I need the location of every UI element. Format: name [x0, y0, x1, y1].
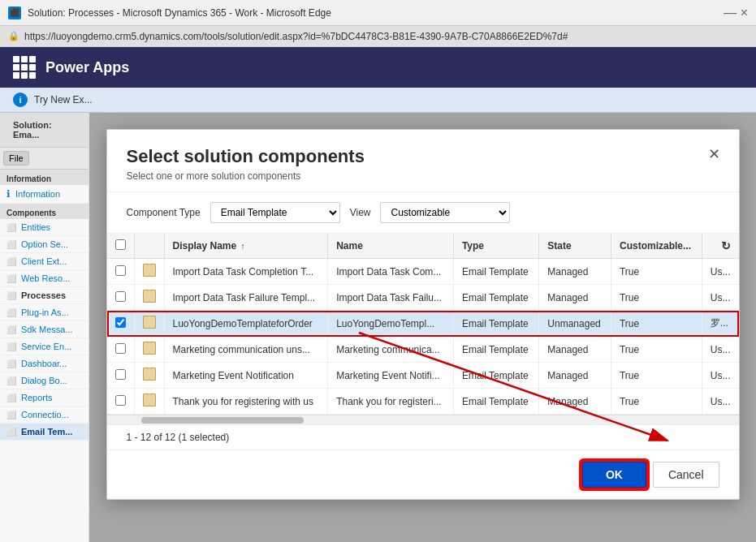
th-customizable[interactable]: Customizable... [611, 234, 702, 259]
table-row[interactable]: Marketing communication uns...Marketing … [107, 337, 739, 363]
sidebar-item-information[interactable]: ℹ Information [0, 185, 89, 204]
row-type: Email Template [453, 311, 538, 337]
sidebar: Solution: Ema... File Information ℹ Info… [0, 113, 89, 542]
table-row[interactable]: LuoYongDemoTemplateforOrderLuoYongDemoTe… [107, 311, 739, 337]
sidebar-item-dialogs[interactable]: ⬜ Dialog Bo... [0, 372, 89, 389]
th-type[interactable]: Type [453, 234, 538, 259]
row-icon-cell [134, 389, 164, 415]
sidebar-solution-label: Solution: Ema... [6, 117, 82, 143]
plugin-icon: ⬜ [6, 308, 16, 317]
row-state: Unmanaged [539, 311, 611, 337]
row-state: Managed [539, 389, 611, 415]
dialog: Select solution components Select one or… [106, 129, 740, 500]
row-extra: Us... [702, 337, 738, 363]
sidebar-item-client-ext[interactable]: ⬜ Client Ext... [0, 253, 89, 270]
row-icon [143, 368, 156, 381]
dialog-overlay: Select solution components Select one or… [89, 113, 756, 542]
row-checkbox-cell[interactable] [107, 285, 135, 311]
th-customizable-label: Customizable... [620, 240, 691, 252]
component-type-label: Component Type [127, 207, 201, 218]
select-all-checkbox[interactable] [115, 239, 126, 250]
ok-button[interactable]: OK [582, 462, 646, 488]
sidebar-item-entities[interactable]: ⬜ Entities [0, 219, 89, 236]
components-table: Display Name ↑ Name Type State Customiza… [107, 234, 739, 415]
dialog-title: Select solution components [127, 146, 719, 167]
sidebar-item-processes[interactable]: ⬜ Processes [0, 287, 89, 304]
row-checkbox-cell[interactable] [107, 259, 135, 285]
row-icon [143, 290, 156, 303]
row-checkbox-cell[interactable] [107, 337, 135, 363]
horizontal-scrollbar[interactable] [107, 415, 739, 424]
row-display-name: LuoYongDemoTemplateforOrder [164, 311, 328, 337]
th-type-label: Type [462, 240, 484, 252]
row-checkbox-cell[interactable] [107, 389, 135, 415]
browser-address-bar: 🔒 https://luoyongdemo.crm5.dynamics.com/… [0, 26, 756, 47]
row-icon-cell [134, 363, 164, 389]
info-icon: i [13, 92, 28, 107]
row-type: Email Template [453, 285, 538, 311]
sidebar-item-dashboard[interactable]: ⬜ Dashboar... [0, 355, 89, 372]
sdk-icon: ⬜ [6, 325, 16, 334]
content-area: Select solution components Select one or… [89, 113, 756, 542]
sidebar-item-optionset[interactable]: ⬜ Option Se... [0, 236, 89, 253]
notification-text[interactable]: Try New Ex... [34, 94, 93, 105]
dialog-close-button[interactable]: ✕ [703, 143, 726, 166]
scrollbar-thumb[interactable] [141, 417, 304, 424]
filter-row: Component Type Email Template View Custo… [107, 192, 739, 234]
cancel-button[interactable]: Cancel [653, 462, 719, 488]
row-name: Thank you for registeri... [328, 389, 454, 415]
row-checkbox[interactable] [115, 395, 126, 406]
app-grid-icon[interactable] [13, 56, 36, 79]
row-icon [143, 316, 156, 329]
row-customizable: True [611, 389, 702, 415]
row-icon [143, 342, 156, 355]
th-name[interactable]: Name [328, 234, 454, 259]
row-checkbox[interactable] [115, 265, 126, 276]
th-icon [134, 234, 164, 259]
dialog-subtitle: Select one or more solution components [127, 170, 719, 182]
th-display-name-label: Display Name [173, 240, 237, 252]
row-display-name: Marketing communication uns... [164, 337, 328, 363]
row-checkbox[interactable] [115, 317, 126, 328]
sidebar-item-service[interactable]: ⬜ Service En... [0, 338, 89, 355]
table-row[interactable]: Thank you for registering with usThank y… [107, 389, 739, 415]
sidebar-item-email-template[interactable]: ⬜ Email Tem... [0, 424, 89, 441]
row-checkbox[interactable] [115, 343, 126, 354]
row-name: Import Data Task Com... [328, 259, 454, 285]
th-state[interactable]: State [539, 234, 611, 259]
main-layout: Solution: Ema... File Information ℹ Info… [0, 113, 756, 542]
row-display-name: Thank you for registering with us [164, 389, 328, 415]
component-type-select[interactable]: Email Template [210, 202, 340, 223]
table-row[interactable]: Import Data Task Completion T...Import D… [107, 259, 739, 285]
sidebar-item-sdk[interactable]: ⬜ Sdk Messa... [0, 321, 89, 338]
row-checkbox[interactable] [115, 369, 126, 380]
reports-icon: ⬜ [6, 394, 16, 402]
row-type: Email Template [453, 259, 538, 285]
sidebar-item-reports[interactable]: ⬜ Reports [0, 389, 89, 406]
row-checkbox-cell[interactable] [107, 311, 135, 337]
row-checkbox[interactable] [115, 291, 126, 302]
address-text[interactable]: https://luoyongdemo.crm5.dynamics.com/to… [24, 31, 568, 42]
sidebar-section-components: Components [0, 204, 89, 219]
table-row[interactable]: Import Data Task Failure Templ...Import … [107, 285, 739, 311]
th-checkbox[interactable] [107, 234, 135, 259]
sidebar-file-button[interactable]: File [3, 151, 29, 166]
refresh-icon[interactable]: ↻ [721, 239, 731, 252]
connection-icon: ⬜ [6, 411, 16, 419]
th-display-name[interactable]: Display Name ↑ [164, 234, 328, 259]
app-name: Power Apps [45, 59, 129, 76]
th-extra: ↻ [702, 234, 738, 259]
row-icon [143, 264, 156, 277]
sidebar-item-connection[interactable]: ⬜ Connectio... [0, 406, 89, 424]
processes-icon: ⬜ [6, 291, 16, 300]
row-checkbox-cell[interactable] [107, 363, 135, 389]
dialog-footer: OK Cancel [107, 450, 739, 499]
row-icon-cell [134, 337, 164, 363]
sidebar-item-plugin[interactable]: ⬜ Plug-in As... [0, 304, 89, 321]
table-row[interactable]: Marketing Event NotificationMarketing Ev… [107, 363, 739, 389]
row-name: Marketing communica... [328, 337, 454, 363]
sidebar-item-web-resources[interactable]: ⬜ Web Reso... [0, 270, 89, 287]
view-label: View [350, 207, 371, 218]
view-select[interactable]: Customizable [380, 202, 510, 223]
row-extra: Us... [702, 389, 738, 415]
